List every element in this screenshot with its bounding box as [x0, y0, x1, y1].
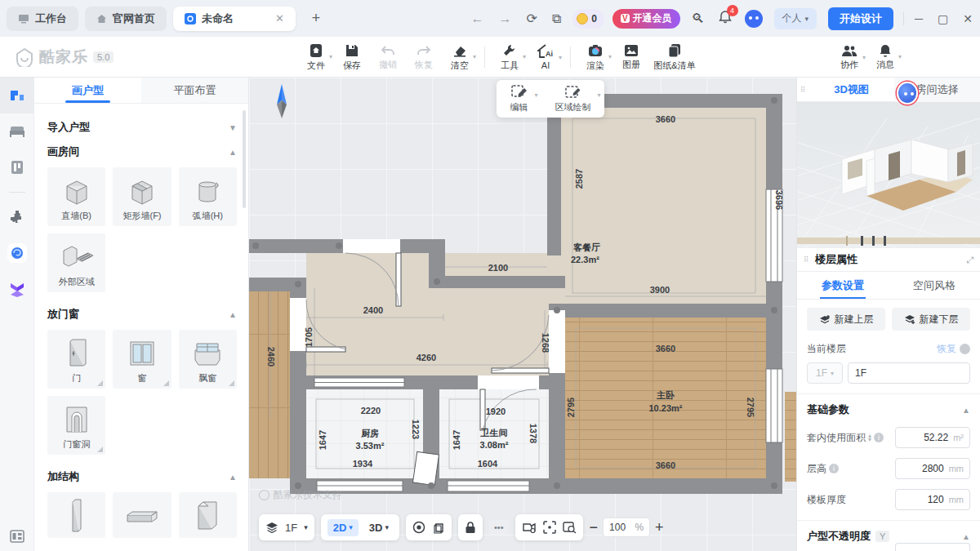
messages-button[interactable]: 消息▾ — [867, 43, 903, 71]
opacity-section[interactable]: 户型不透明度Y ▲ — [807, 529, 970, 544]
floor-properties-header[interactable]: ⠿ 楼层属性 ⤢ — [797, 247, 980, 272]
tool-outdoor-area[interactable]: 外部区域 — [47, 233, 105, 292]
refresh-icon[interactable]: ⟳ — [526, 11, 537, 26]
forward-icon[interactable]: → — [498, 11, 511, 26]
mode-2d-button[interactable]: 2D▾ — [327, 519, 359, 536]
usable-area-input[interactable]: 52.22m² — [895, 427, 970, 448]
tab-untitled[interactable]: 未命名 ✕ — [173, 7, 296, 31]
coin-balance[interactable]: 0 — [572, 9, 604, 29]
floor-select[interactable]: 1F▾ — [807, 362, 843, 384]
tool-pillar[interactable] — [47, 492, 105, 538]
toolbar-items: 文件▾ 保存 撤销 恢复 清空▾ 工具▾ — [298, 37, 700, 78]
basic-params-section[interactable]: 基础参数▲ — [807, 402, 970, 417]
tool-rect-wall[interactable]: 矩形墙(F) — [113, 167, 171, 226]
copy-icon[interactable]: ⧉ — [552, 11, 561, 26]
rail-custom-cabinet-tool[interactable] — [0, 149, 34, 185]
tool-door[interactable]: 门 — [47, 330, 105, 389]
assistant-avatar[interactable] — [745, 10, 763, 28]
section-import-floorplan[interactable]: 导入户型▼ — [47, 115, 237, 140]
expand-icon[interactable]: ⤢ — [966, 255, 973, 265]
section-doors-windows[interactable]: 放门窗▲ — [47, 302, 237, 327]
tool-arc-wall[interactable]: 弧墙(H) — [179, 167, 237, 226]
scrollbar[interactable] — [243, 110, 246, 208]
rail-layout-toggle[interactable] — [0, 530, 34, 543]
section-add-structure[interactable]: 加结构▲ — [47, 464, 237, 489]
info-icon[interactable]: i — [829, 464, 839, 473]
rail-modeling-app[interactable] — [0, 271, 34, 307]
collaborate-button[interactable]: 协作▾ — [831, 44, 867, 71]
render-button[interactable]: 渲染▾ — [577, 43, 613, 72]
region-draw-button[interactable]: 区域绘制▾ — [550, 85, 596, 113]
room-right-balcony[interactable] — [785, 392, 796, 482]
tool-opening[interactable]: 门窗洞 — [47, 396, 105, 455]
start-design-button[interactable]: 开始设计 — [828, 7, 893, 30]
tab-draw-floorplan[interactable]: 画户型 — [34, 78, 141, 103]
lock-button[interactable] — [458, 514, 483, 540]
tool-bay-window[interactable]: 飘窗 — [179, 330, 237, 389]
back-icon[interactable]: ← — [470, 11, 483, 26]
rail-ai-app[interactable] — [0, 235, 34, 271]
tab-layout[interactable]: 平面布置 — [141, 78, 248, 103]
minimize-button[interactable]: ─ — [915, 12, 923, 25]
cube-view-icon[interactable] — [432, 521, 445, 534]
rail-floorplan-tool[interactable] — [0, 78, 34, 113]
album-button[interactable]: 图册 — [613, 44, 649, 71]
zoom-out-button[interactable]: − — [590, 519, 599, 536]
new-lower-floor-button[interactable]: 新建下层 — [892, 308, 970, 331]
orbit-icon[interactable] — [412, 521, 425, 534]
close-window-button[interactable]: ✕ — [963, 12, 973, 25]
zoom-in-button[interactable]: + — [655, 519, 664, 536]
close-tab-icon[interactable]: ✕ — [275, 12, 284, 24]
maximize-button[interactable]: ▢ — [938, 12, 948, 25]
mode-3d-button[interactable]: 3D▾ — [365, 519, 393, 536]
notifications-button[interactable]: 4 — [719, 10, 732, 27]
version-badge: 5.0 — [93, 51, 114, 63]
ai-button[interactable]: Ai AI▾ — [528, 44, 564, 70]
floor-name-input[interactable]: 1F — [848, 362, 970, 384]
floorplan-canvas[interactable]: 3660 2587 3696 2100 3900 2400 4260 1705 … — [249, 78, 796, 551]
tool-flue[interactable] — [179, 492, 237, 538]
file-button[interactable]: 文件▾ — [298, 43, 334, 72]
search-icon[interactable]: 🔍︎ — [692, 11, 705, 26]
rail-plugins[interactable] — [0, 199, 34, 235]
camera-settings-icon[interactable] — [522, 521, 537, 534]
redo-button[interactable]: 恢复 — [406, 44, 442, 71]
focus-center-icon[interactable] — [543, 521, 556, 534]
restore-button[interactable]: 恢复 — [937, 342, 970, 356]
drag-handle[interactable]: ⠿ — [797, 88, 808, 91]
account-menu[interactable]: 个人 ▾ — [774, 8, 817, 29]
tab-homepage[interactable]: 官网首页 — [85, 7, 167, 31]
tools-button[interactable]: 工具▾ — [492, 43, 528, 72]
zoom-level[interactable]: 100% — [603, 518, 650, 537]
tab-3d-view[interactable]: 3D视图 — [808, 82, 894, 97]
room-left-balcony[interactable] — [249, 291, 290, 478]
edit-button[interactable]: 编辑▾ — [506, 85, 533, 113]
section-draw-rooms[interactable]: 画房间▲ — [47, 140, 237, 164]
rail-furniture-tool[interactable] — [0, 113, 34, 149]
3d-viewport[interactable] — [797, 102, 980, 247]
room-living-dining[interactable] — [561, 108, 766, 304]
new-tab-button[interactable]: + — [305, 8, 327, 29]
tab-space-style[interactable]: 空间风格 — [889, 272, 980, 299]
vip-upgrade-button[interactable]: V 开通会员 — [612, 9, 680, 29]
new-upper-floor-button[interactable]: 新建上层 — [807, 308, 885, 331]
save-button[interactable]: 保存 — [334, 43, 370, 72]
tool-straight-wall[interactable]: 直墙(B) — [47, 167, 105, 226]
partial-input[interactable] — [895, 543, 970, 551]
zoom-region-icon[interactable] — [563, 521, 577, 534]
drawings-list-button[interactable]: 图纸&清单 — [649, 43, 700, 72]
slab-thickness-input[interactable]: 120mm — [895, 489, 970, 510]
tool-beam[interactable] — [113, 492, 171, 538]
floor-height-input[interactable]: 2800mm — [895, 458, 970, 479]
clear-button[interactable]: 清空▾ — [442, 43, 478, 72]
more-options-button[interactable]: ••• — [489, 520, 509, 535]
tool-window[interactable]: 窗 — [113, 330, 171, 389]
sort-arrows-icon[interactable]: ▴▾ — [868, 433, 871, 442]
floor-selector[interactable]: 1F▾ — [259, 514, 314, 540]
info-icon[interactable]: i — [874, 433, 884, 442]
tab-workbench[interactable]: 工作台 — [7, 7, 78, 31]
drag-handle[interactable]: ⠿ — [800, 258, 812, 261]
undo-button[interactable]: 撤销 — [370, 44, 406, 71]
tab-parameter-settings[interactable]: 参数设置 — [797, 272, 889, 299]
north-compass-icon[interactable] — [277, 84, 287, 118]
